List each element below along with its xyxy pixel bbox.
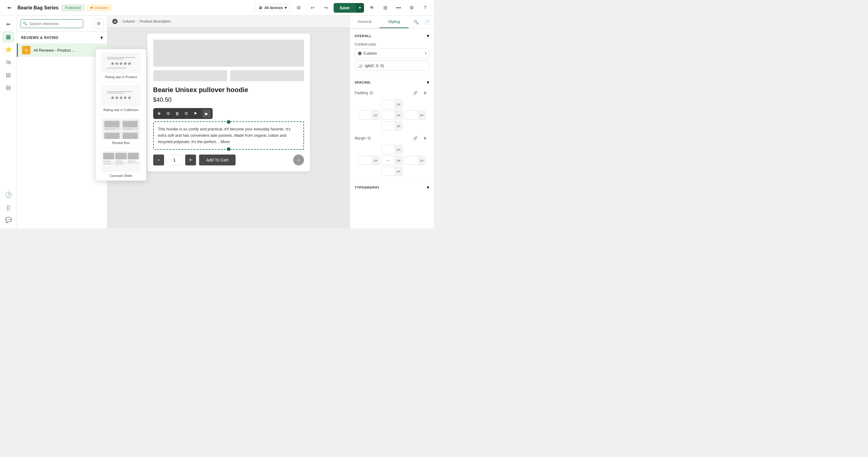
breadcrumb-column[interactable]: Column	[122, 19, 135, 24]
padding-bottom-row: 0 px	[355, 121, 429, 131]
save-dropdown-button[interactable]: ▾	[355, 3, 364, 13]
reviews-section-header[interactable]: REVIEWS & RATING ▾	[17, 32, 107, 44]
preview-stars-icon: ★★★★★	[111, 61, 131, 66]
toolbar-expand-button[interactable]: ▶	[203, 109, 211, 118]
rating-star-collection-item[interactable]: ★★★★★ Rating star in Collection	[96, 82, 146, 115]
qty-decrease-button[interactable]: −	[153, 154, 164, 165]
sidebar-item-layers[interactable]: ▤	[2, 82, 14, 93]
sidebar-item-elements[interactable]: ▦	[2, 31, 14, 43]
carousel-slider-item[interactable]: ★★★★★ ★★★★★ ★★★★★	[96, 148, 146, 180]
margin-left-input[interactable]: 0	[359, 156, 372, 165]
margin-responsive-button[interactable]: 🖥	[421, 134, 429, 142]
add-to-cart-button[interactable]: Add To Cart	[199, 154, 236, 165]
toolbar-move-button[interactable]: ✥	[155, 109, 163, 118]
app-settings-button[interactable]: ⚙	[406, 2, 417, 13]
margin-top-row: 0 px	[355, 145, 429, 154]
padding-responsive-button[interactable]: 🖥	[421, 89, 429, 97]
margin-top-unit: px	[395, 145, 402, 154]
margin-right-input[interactable]: --	[381, 156, 395, 165]
tab-styling[interactable]: Styling	[379, 16, 409, 28]
settings-icon[interactable]: ⚙	[293, 2, 304, 13]
spacing-section-header[interactable]: SPACING ▾	[355, 79, 429, 85]
device-button[interactable]: 🖥 All devices ▾	[254, 4, 291, 12]
spacing-collapse-icon: ▾	[427, 79, 429, 85]
margin-link-button[interactable]: 🔗	[411, 134, 420, 142]
sidebar-item-history[interactable]: 🕐	[2, 189, 14, 201]
sidebar-item-shop[interactable]: 🛍	[2, 56, 14, 68]
padding-link-button[interactable]: 🔗	[411, 89, 420, 97]
tab-general[interactable]: General	[350, 16, 379, 28]
redo-button[interactable]: ↪	[320, 2, 331, 13]
ali-reviews-item[interactable]: A Ali Reviews - Product ...	[17, 44, 107, 57]
qty-input[interactable]	[167, 154, 182, 165]
right-panel-icons: 🔍 📄	[409, 17, 434, 27]
device-selector[interactable]: 🖥 All devices ▾ ⚙	[254, 2, 304, 13]
breadcrumb-product-desc[interactable]: Product description	[140, 19, 171, 24]
filter-button[interactable]: ⚙	[94, 19, 103, 28]
publish-button[interactable]: ⊞	[380, 2, 391, 13]
margin-left-unit: px	[372, 156, 379, 165]
description-element[interactable]: This hoodie is so comfy and practical, i…	[153, 121, 304, 150]
margin-center-input-wrap: 15 px	[381, 167, 403, 176]
margin-center-input[interactable]: 15	[381, 167, 395, 175]
typography-collapse-icon: ▾	[427, 184, 429, 190]
resize-handle-bottom[interactable]	[227, 147, 230, 151]
margin-right-unit: px	[395, 156, 402, 165]
sidebar-item-code[interactable]: {}	[2, 201, 14, 213]
undo-button[interactable]: ↩	[307, 2, 318, 13]
element-type-dropdown: ★★★★★ Rating star in Product ★★★★★	[95, 49, 147, 181]
rating-star-product-item[interactable]: ★★★★★ Rating star in Product	[96, 49, 146, 82]
monitor-icon: 🖥	[258, 5, 262, 10]
color-select[interactable]: Custom ▾	[355, 48, 429, 58]
carousel-next-button[interactable]: ›	[293, 154, 304, 165]
sidebar-item-chat[interactable]: 💬	[2, 214, 14, 226]
padding-right-input[interactable]: 0	[381, 111, 395, 119]
margin-label: Margin ?	[355, 136, 371, 140]
product-btn-2	[230, 70, 304, 81]
margin-bottom-input[interactable]: 0	[405, 156, 418, 165]
margin-left-input-wrap: 0 px	[358, 156, 380, 165]
sidebar-item-apps[interactable]: ⭐	[2, 44, 14, 56]
search-input[interactable]	[21, 19, 83, 28]
color-dot	[358, 52, 362, 55]
sidebar-item-grid[interactable]: ▤	[2, 69, 14, 81]
overall-title: OVERALL	[355, 34, 372, 38]
padding-center-input[interactable]: 0	[381, 122, 395, 130]
review-box-preview-area	[101, 118, 141, 139]
padding-left-input[interactable]: 0	[359, 111, 372, 119]
color-input-row[interactable]: rgb(0, 0, 0)	[355, 61, 429, 70]
review-box-item[interactable]: Review Box	[96, 115, 146, 148]
page-icon-button[interactable]: 📄	[422, 17, 432, 27]
margin-top-input[interactable]: 0	[381, 145, 395, 154]
main-layout: ⬅ ▦ ⭐ 🛍 ▤ ▤ 🕐 {} 💬 ⚙ REVIEWS & RATING ▾ …	[0, 16, 434, 229]
typography-header[interactable]: TYPOGRAPHY ▾	[355, 184, 429, 190]
search-panel-button[interactable]: 🔍	[411, 17, 421, 27]
save-button[interactable]: Save	[334, 3, 355, 13]
preview-button[interactable]: 👁	[367, 2, 377, 13]
padding-center-unit: px	[395, 122, 402, 130]
padding-top-input[interactable]: 0	[381, 100, 395, 108]
color-dot-wrap: Custom	[355, 49, 423, 58]
back-button[interactable]: ⬅	[4, 2, 14, 13]
content-color-label: Content color	[355, 42, 429, 47]
right-panel-tabs: General Styling	[350, 16, 409, 28]
spacing-title: SPACING	[355, 81, 371, 84]
toolbar-duplicate-button[interactable]: ⧉	[182, 109, 191, 118]
qty-increase-button[interactable]: +	[185, 154, 196, 165]
help-button[interactable]: ?	[420, 2, 430, 13]
overall-section-header[interactable]: OVERALL ▾	[355, 33, 429, 39]
overall-collapse-icon: ▾	[427, 33, 429, 39]
resize-handle-top[interactable]	[227, 120, 230, 124]
color-select-value: Custom	[364, 51, 377, 56]
toolbar-delete-button[interactable]: 🗑	[173, 109, 182, 118]
product-btn-1	[153, 70, 227, 81]
toolbar-container-button[interactable]: ⧉	[164, 109, 173, 118]
published-badge: Published	[62, 5, 84, 11]
more-button[interactable]: •••	[393, 2, 404, 13]
sidebar-item-back[interactable]: ⬅	[2, 18, 14, 30]
padding-bottom-input[interactable]: 0	[405, 111, 418, 119]
save-button-group: Save ▾	[334, 3, 364, 13]
typography-section: TYPOGRAPHY ▾	[350, 180, 434, 194]
overall-section: OVERALL ▾ Content color Custom ▾ rgb	[350, 29, 434, 75]
toolbar-save-element-button[interactable]: ⚑	[191, 109, 200, 118]
